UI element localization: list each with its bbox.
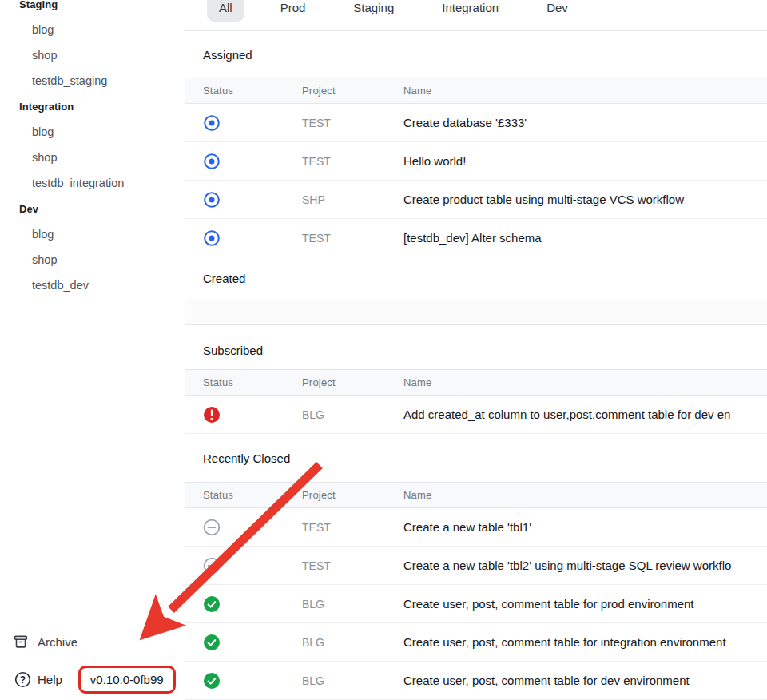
help-icon[interactable]: ? <box>14 671 31 688</box>
section-created: Created <box>185 257 767 325</box>
project-key: BLG <box>302 636 403 649</box>
section-title: Assigned <box>185 31 767 78</box>
issue-name: Create user, post, comment table for pro… <box>403 597 767 611</box>
project-key: TEST <box>302 559 403 572</box>
sidebar-item-db[interactable]: testdb_staging <box>0 68 185 93</box>
empty-list <box>185 300 767 325</box>
issue-name: Create a new table 'tbl1' <box>403 520 767 534</box>
project-key: TEST <box>302 117 403 129</box>
issue-row[interactable]: TEST Create database '£333' <box>185 104 767 142</box>
issue-row[interactable]: BLG Create user, post, comment table for… <box>185 585 767 623</box>
col-status: Status <box>203 489 302 501</box>
issue-canceled-icon <box>203 519 221 536</box>
archive-label: Archive <box>38 635 77 649</box>
env-group-dev: Dev <box>0 196 185 221</box>
issue-row[interactable]: BLG Create user, post, comment table for… <box>185 623 767 662</box>
issue-name: Create user, post, comment table for int… <box>403 635 767 649</box>
issue-row[interactable]: TEST Hello world! <box>185 142 767 181</box>
issue-attention-icon <box>203 406 221 424</box>
issue-name: Create a new table 'tbl2' using multi-st… <box>403 559 767 572</box>
issue-name: Add created_at column to user,post,comme… <box>403 408 767 421</box>
tab-all[interactable]: All <box>207 0 244 22</box>
section-subscribed: Subscribed Status Project Name BLG Add c… <box>185 332 767 434</box>
archive-icon <box>13 634 29 650</box>
project-key: TEST <box>302 521 403 534</box>
sidebar-item-db[interactable]: testdb_integration <box>0 170 185 196</box>
issue-open-icon <box>203 229 221 247</box>
project-key: BLG <box>302 408 403 421</box>
project-key: BLG <box>302 598 403 611</box>
issue-name: Create product table using multi-stage V… <box>403 193 767 206</box>
table-header: Status Project Name <box>185 78 767 104</box>
sidebar: Staging blog shop testdb_staging Integra… <box>0 0 185 700</box>
col-status: Status <box>203 376 302 388</box>
project-key: SHP <box>302 193 403 206</box>
col-name: Name <box>403 85 767 97</box>
col-name: Name <box>403 489 767 501</box>
issue-open-icon <box>203 114 221 132</box>
tab-prod[interactable]: Prod <box>268 0 318 22</box>
section-title: Subscribed <box>185 332 767 369</box>
database-tree: Staging blog shop testdb_staging Integra… <box>0 0 185 298</box>
col-project: Project <box>302 489 403 501</box>
sidebar-item-db[interactable]: shop <box>0 145 185 170</box>
issue-row[interactable]: TEST Create a new table 'tbl2' using mul… <box>185 547 767 585</box>
tab-dev[interactable]: Dev <box>535 0 580 22</box>
sidebar-item-db[interactable]: shop <box>0 247 185 272</box>
version-badge: v0.10.0-0fb99 <box>78 666 176 694</box>
project-key: BLG <box>302 674 403 687</box>
table-header: Status Project Name <box>185 482 767 508</box>
env-group-staging: Staging <box>0 0 185 17</box>
issue-name: Create database '£333' <box>403 116 767 129</box>
issue-done-icon <box>203 595 221 613</box>
sidebar-bottom: Archive ? Help v0.10.0-0fb99 <box>0 626 185 700</box>
issue-done-icon <box>203 634 221 651</box>
help-label[interactable]: Help <box>38 673 62 686</box>
section-title: Created <box>185 257 767 300</box>
project-key: TEST <box>302 232 403 245</box>
sidebar-item-db[interactable]: blog <box>0 221 185 247</box>
sidebar-item-db[interactable]: blog <box>0 17 185 42</box>
issue-open-icon <box>203 191 221 209</box>
section-title: Recently Closed <box>185 434 767 482</box>
col-project: Project <box>302 376 403 388</box>
section-assigned: Assigned Status Project Name TEST Create… <box>185 31 767 257</box>
issue-row[interactable]: TEST [testdb_dev] Alter schema <box>185 219 767 257</box>
sidebar-item-db[interactable]: testdb_dev <box>0 272 185 298</box>
issue-row[interactable]: BLG Create user, post, comment table for… <box>185 662 767 700</box>
issue-row[interactable]: TEST Create a new table 'tbl1' <box>185 508 767 547</box>
sidebar-item-db[interactable]: blog <box>0 119 185 145</box>
issue-canceled-icon <box>203 557 221 575</box>
issue-done-icon <box>203 672 221 690</box>
section-recently-closed: Recently Closed Status Project Name TEST… <box>185 434 767 700</box>
main-content: All Prod Staging Integration Dev Assigne… <box>185 0 767 700</box>
issue-name: Hello world! <box>403 154 767 168</box>
col-name: Name <box>403 376 767 388</box>
help-row: ? Help v0.10.0-0fb99 <box>0 658 185 700</box>
issue-row[interactable]: BLG Add created_at column to user,post,c… <box>185 396 767 434</box>
tab-integration[interactable]: Integration <box>430 0 511 22</box>
issue-name: Create user, post, comment table for dev… <box>403 674 767 687</box>
issue-name: [testdb_dev] Alter schema <box>403 231 767 245</box>
svg-text:?: ? <box>20 674 26 685</box>
project-key: TEST <box>302 155 403 168</box>
archive-button[interactable]: Archive <box>0 626 185 658</box>
issue-open-icon <box>203 153 221 170</box>
sidebar-item-db[interactable]: shop <box>0 42 185 68</box>
env-group-integration: Integration <box>0 93 185 119</box>
environment-tabs: All Prod Staging Integration Dev <box>185 0 767 31</box>
tab-staging[interactable]: Staging <box>341 0 406 22</box>
col-status: Status <box>203 85 302 97</box>
col-project: Project <box>302 85 403 97</box>
issue-row[interactable]: SHP Create product table using multi-sta… <box>185 181 767 219</box>
table-header: Status Project Name <box>185 369 767 396</box>
